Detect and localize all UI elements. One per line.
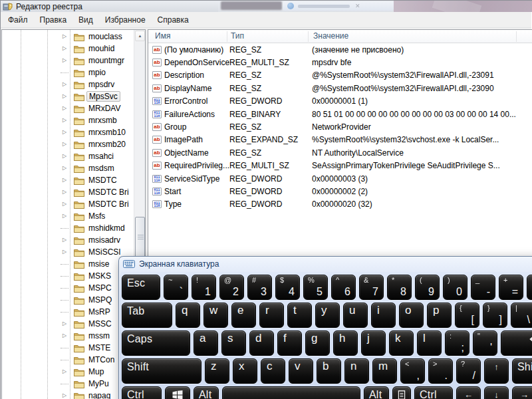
key-menu[interactable] [392,386,411,399]
tree-item[interactable]: ▷mrxsmb [59,114,119,126]
key-3[interactable]: #3 [247,275,272,300]
key-win[interactable] [165,386,190,399]
key-1[interactable]: !1 [192,275,216,300]
registry-window-titlebar[interactable]: ✕ Редактор реестра [0,0,532,12]
key-q[interactable]: q [176,303,200,328]
key-k[interactable]: k [389,331,414,356]
key-n[interactable]: n [344,358,369,384]
key-o[interactable]: o [399,303,424,328]
tree-item[interactable]: ▷MSiSCSI [59,246,123,258]
key-s[interactable]: s [221,331,246,356]
column-header-value[interactable]: Значение [313,31,348,41]
key-5[interactable]: %5 [303,275,328,300]
key-down[interactable]: ↓ [484,386,509,399]
menu-item-favorites[interactable]: Избранное [99,13,152,27]
expand-arrow-icon[interactable]: ▷ [59,90,70,102]
tree-item[interactable]: MTCon [59,354,116,366]
key-7[interactable]: &7 [359,275,384,300]
column-separator[interactable] [227,31,227,42]
key-bksp[interactable]: Bksp [527,275,532,300]
key-d[interactable]: d [249,331,274,356]
key-caps[interactable]: Caps [122,331,190,356]
key-c[interactable]: c [261,358,285,384]
key-enter[interactable] [501,331,532,356]
key-e[interactable]: e [231,303,256,328]
key-quote[interactable]: "' [473,331,497,356]
key-u[interactable]: u [343,303,368,328]
tree-item[interactable]: MSTE [59,342,112,354]
tree-item[interactable]: ▷MSDTC Bri [59,198,131,210]
key-t[interactable]: t [287,303,312,328]
key-up[interactable]: ↑ [484,358,509,384]
key-i[interactable]: i [371,303,396,328]
expand-arrow-icon[interactable]: ▷ [59,31,70,43]
tree-item[interactable]: ▷msdsm [59,162,116,174]
key-backslash[interactable]: |\ [511,303,532,328]
expand-arrow-icon[interactable]: ▷ [59,198,70,210]
expand-arrow-icon[interactable]: ▷ [59,114,70,126]
key-backquote[interactable]: ~` [164,275,188,300]
tree-item[interactable]: ▷msahci [59,150,116,162]
table-row[interactable]: abGroupREG_SZNetworkProvider [149,120,531,133]
key-r[interactable]: r [259,303,284,328]
tree-item[interactable]: MyPu [59,378,111,390]
key-right[interactable]: → [512,386,532,399]
menu-item-file[interactable]: Файл [2,13,34,27]
key-lshift[interactable]: Shift [122,358,201,384]
tree-item[interactable]: ▷mountmgr [59,55,126,66]
table-row[interactable]: 011110ErrorControlREG_DWORD0x00000001 (1… [149,95,531,108]
table-row[interactable]: 011110FailureActionsREG_BINARY80 51 01 0… [149,108,531,120]
tree-item[interactable]: ▷mouclass [59,31,124,43]
column-header-name[interactable]: Имя [155,31,170,41]
menu-item-view[interactable]: Вид [72,13,99,27]
tree-item[interactable]: ▷napag [59,390,112,399]
key-tab[interactable]: Tab [122,303,172,328]
menu-item-edit[interactable]: Правка [34,13,73,27]
key-4[interactable]: $4 [275,275,300,300]
tree-item[interactable]: MSKS [59,270,113,282]
key-9[interactable]: (9 [415,275,440,300]
key-f[interactable]: f [277,331,302,356]
key-w[interactable]: w [203,303,228,328]
tree-item[interactable]: ▷Msfs [59,210,107,222]
tree-item[interactable]: ▷Mup [59,366,106,378]
expand-arrow-icon[interactable]: ▷ [59,186,70,198]
key-m[interactable]: m [372,358,397,384]
key-rctrl[interactable]: Ctrl [414,386,453,399]
key-space[interactable] [222,386,360,399]
expand-arrow-icon[interactable]: ▷ [59,246,70,258]
tree-item[interactable]: ▷mpsdrv [59,78,116,90]
table-row[interactable]: 011110StartREG_DWORD0x00000002 (2) [149,185,531,198]
key-esc[interactable]: Esc [122,275,160,300]
tree-item[interactable]: ▷MpsSvc [59,90,120,102]
key-p[interactable]: p [427,303,452,328]
key-x[interactable]: x [233,358,257,384]
expand-arrow-icon[interactable]: ▷ [59,210,70,222]
key-g[interactable]: g [305,331,330,356]
key-2[interactable]: @2 [219,275,244,300]
column-header-type[interactable]: Тип [231,31,244,41]
expand-arrow-icon[interactable]: ▷ [59,102,70,114]
scroll-up-button[interactable]: ▲ [135,31,145,41]
column-separator[interactable] [516,31,517,42]
expand-arrow-icon[interactable]: ▷ [59,234,70,246]
table-row[interactable]: 011110TypeREG_DWORD0x00000020 (32) [149,198,531,211]
key-ralt[interactable]: Alt [364,386,389,399]
tree-item[interactable]: mshidkmd [59,222,127,234]
tree-item[interactable]: ▷msisadrv [59,234,122,246]
key-lctrl[interactable]: Ctrl [122,386,162,399]
table-row[interactable]: abDependOnServiceREG_MULTI_SZmpsdrv bfe [149,56,531,68]
key-slash[interactable]: ?/ [456,358,481,384]
table-row[interactable]: abRequiredPrivileg...REG_MULTI_SZSeAssig… [149,160,531,172]
key-lalt[interactable]: Alt [194,386,219,399]
tree-item[interactable]: MSPC [59,282,114,294]
expand-arrow-icon[interactable]: ▷ [59,138,70,150]
key-v[interactable]: v [289,358,313,384]
key-minus[interactable]: _- [471,275,495,300]
tree-item[interactable]: ▷MSDTC Bri [59,186,131,198]
key-y[interactable]: y [315,303,340,328]
key-b[interactable]: b [317,358,341,384]
expand-arrow-icon[interactable]: ▷ [59,43,70,55]
column-separator[interactable] [308,31,309,42]
menu-item-help[interactable]: Справка [152,13,195,27]
